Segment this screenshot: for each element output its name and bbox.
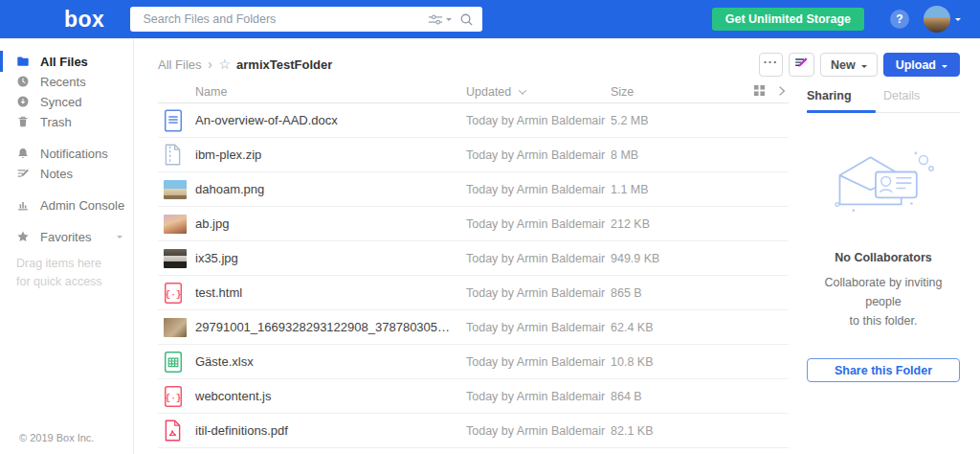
svg-text:{·}: {·} xyxy=(165,392,181,402)
file-name[interactable]: 29791001_1669328293122908_37878030566106… xyxy=(195,320,466,334)
favorites-hint: Drag items here for quick access xyxy=(16,255,116,292)
search-input[interactable] xyxy=(141,11,428,27)
header-actions: Get Unlimited Storage ? xyxy=(712,6,961,33)
sidebar-item-notifications[interactable]: Notifications xyxy=(0,144,133,163)
help-button[interactable]: ? xyxy=(890,10,909,29)
file-size: 10.8 KB xyxy=(611,355,737,369)
file-size: 1.1 MB xyxy=(611,183,737,196)
box-logo[interactable]: box xyxy=(64,9,104,31)
file-name[interactable]: Gäste.xlsx xyxy=(195,354,265,369)
search-filter-caret-icon[interactable] xyxy=(446,18,452,24)
file-size: 5.2 MB xyxy=(611,114,737,127)
more-options-button[interactable]: ··· xyxy=(759,53,783,77)
file-size: 8 MB xyxy=(611,148,737,162)
sidebar-item-synced[interactable]: Synced xyxy=(0,92,133,111)
file-thumbnail xyxy=(164,249,187,268)
file-name[interactable]: webcontent.js xyxy=(195,389,283,403)
sidebar-item-label: Notifications xyxy=(40,147,108,161)
sidebar-item-label: Admin Console xyxy=(40,198,124,213)
notes-icon xyxy=(16,167,31,180)
file-name[interactable]: An-overview-of-AAD.docx xyxy=(195,113,349,127)
sidebar-item-label: Trash xyxy=(40,115,72,129)
breadcrumb-separator-icon: › xyxy=(209,57,212,73)
sidebar-item-all-files[interactable]: All Files xyxy=(0,52,133,71)
upload-button[interactable]: Upload xyxy=(883,53,960,77)
search-bar[interactable] xyxy=(130,7,482,32)
file-name[interactable]: test.html xyxy=(195,285,254,300)
file-name[interactable]: itil-definitions.pdf xyxy=(195,423,300,438)
sidebar-item-favorites[interactable]: Favorites xyxy=(0,227,133,246)
favorites-collapse-caret-icon[interactable] xyxy=(117,236,122,241)
table-header: Name Updated Size xyxy=(158,81,789,103)
file-size: 62.4 KB xyxy=(611,321,737,334)
breadcrumb-all-files[interactable]: All Files xyxy=(158,57,202,72)
box-app: box Get Unlimited Storage ? All Files xyxy=(0,0,980,454)
svg-text:{·}: {·} xyxy=(165,288,181,299)
collaborators-envelope-illustration xyxy=(807,149,960,222)
file-type-pdf-icon xyxy=(158,420,195,442)
no-collaborators-text: Collaborate by inviting people to this f… xyxy=(807,273,960,330)
chart-icon xyxy=(16,198,31,212)
trash-icon xyxy=(16,115,31,128)
get-unlimited-storage-button[interactable]: Get Unlimited Storage xyxy=(712,8,864,31)
clock-icon xyxy=(16,75,31,88)
new-button[interactable]: New xyxy=(820,53,878,77)
table-row[interactable]: dahoam.png Today by Armin Baldemair 1.1 … xyxy=(158,172,789,207)
upload-caret-icon xyxy=(942,65,947,71)
file-updated: Today by Armin Baldemair xyxy=(466,114,611,127)
column-header-updated[interactable]: Updated xyxy=(466,85,611,99)
table-body: An-overview-of-AAD.docx Today by Armin B… xyxy=(158,103,789,448)
file-type-zip-icon xyxy=(158,144,195,166)
file-size: 864 B xyxy=(611,390,737,403)
table-row[interactable]: ibm-plex.zip Today by Armin Baldemair 8 … xyxy=(158,138,789,172)
file-updated: Today by Armin Baldemair xyxy=(466,148,611,162)
new-caret-icon xyxy=(861,65,867,71)
file-name[interactable]: dahoam.png xyxy=(195,182,276,196)
folder-toolbar: ··· New Upload xyxy=(791,53,960,77)
table-row[interactable]: ab.jpg Today by Armin Baldemair 212 KB xyxy=(158,207,789,241)
grid-view-toggle-icon[interactable] xyxy=(753,84,766,100)
search-icon[interactable] xyxy=(459,12,474,27)
file-size: 82.1 KB xyxy=(611,424,737,438)
table-row[interactable]: {·} webcontent.js Today by Armin Baldema… xyxy=(158,379,789,414)
sidebar-item-recents[interactable]: Recents xyxy=(0,72,133,91)
file-updated: Today by Armin Baldemair xyxy=(466,183,611,196)
avatar[interactable] xyxy=(924,6,950,33)
folder-icon xyxy=(16,55,31,68)
sidebar: All Files Recents Synced Trash Notificat… xyxy=(0,38,134,454)
current-folder-name: armixTestFolder xyxy=(236,57,332,72)
sidebar-item-label: Recents xyxy=(40,75,86,89)
favorite-star-icon[interactable]: ☆ xyxy=(219,57,232,71)
table-row[interactable]: Gäste.xlsx Today by Armin Baldemair 10.8… xyxy=(158,345,789,379)
file-type-xlsx-icon xyxy=(158,351,195,374)
file-name[interactable]: ab.jpg xyxy=(195,216,240,231)
table-row[interactable]: An-overview-of-AAD.docx Today by Armin B… xyxy=(158,103,789,138)
new-note-button[interactable] xyxy=(789,53,814,77)
star-icon xyxy=(16,230,31,243)
table-row[interactable]: ix35.jpg Today by Armin Baldemair 949.9 … xyxy=(158,241,789,276)
search-filter-icon[interactable] xyxy=(428,13,443,26)
chevron-right-icon[interactable] xyxy=(778,85,786,100)
sidebar-item-notes[interactable]: Notes xyxy=(0,164,133,183)
tab-sharing[interactable]: Sharing xyxy=(807,89,883,112)
file-size: 949.9 KB xyxy=(611,252,737,265)
right-panel: ··· New Upload Sharing Details xyxy=(789,38,980,454)
sidebar-item-trash[interactable]: Trash xyxy=(0,112,133,131)
sidebar-item-label: Favorites xyxy=(40,230,91,244)
share-this-folder-button[interactable]: Share this Folder xyxy=(807,358,960,382)
file-name[interactable]: ibm-plex.zip xyxy=(195,148,273,162)
sidebar-item-admin-console[interactable]: Admin Console xyxy=(0,195,133,215)
file-thumbnail xyxy=(164,180,187,199)
column-header-size[interactable]: Size xyxy=(611,85,737,99)
sort-caret-icon xyxy=(519,86,526,94)
table-row[interactable]: itil-definitions.pdf Today by Armin Bald… xyxy=(158,414,789,448)
table-row[interactable]: 29791001_1669328293122908_37878030566106… xyxy=(158,310,789,345)
file-updated: Today by Armin Baldemair xyxy=(466,286,611,300)
column-header-name[interactable]: Name xyxy=(158,85,466,99)
file-updated: Today by Armin Baldemair xyxy=(466,355,611,369)
file-name[interactable]: ix35.jpg xyxy=(195,251,250,265)
account-menu[interactable] xyxy=(924,6,961,33)
table-row[interactable]: {·} test.html Today by Armin Baldemair 8… xyxy=(158,276,789,310)
tab-details[interactable]: Details xyxy=(883,89,960,112)
file-size: 865 B xyxy=(611,286,737,300)
